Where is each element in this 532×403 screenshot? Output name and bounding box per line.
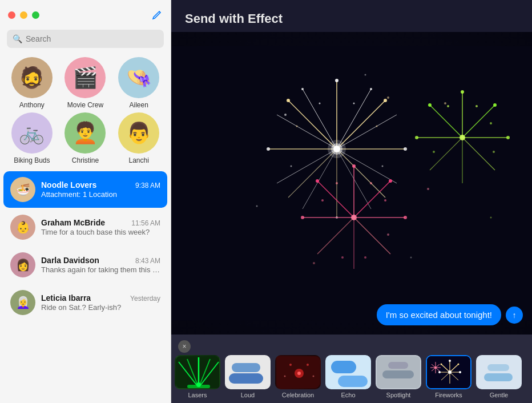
effect-thumb-gentle xyxy=(476,355,522,389)
svg-point-48 xyxy=(336,182,338,184)
pinned-contact-lanchi[interactable]: 👨 Lanchi xyxy=(114,112,164,164)
svg-point-25 xyxy=(353,103,355,104)
conv-time-noodle: 9:38 AM xyxy=(135,182,160,190)
svg-point-121 xyxy=(448,370,452,374)
avatar-lanchi: 👨 xyxy=(118,112,159,154)
fireworks-thumb-graphic xyxy=(427,356,471,389)
svg-point-27 xyxy=(376,126,378,127)
spotlight-graphic xyxy=(377,356,421,389)
svg-point-20 xyxy=(267,147,270,151)
svg-point-49 xyxy=(384,199,386,202)
close-effects-button[interactable]: × xyxy=(178,340,191,353)
svg-point-45 xyxy=(301,216,304,219)
avatar-anthony: 🧔 xyxy=(11,57,53,98)
conv-time-graham: 11:56 AM xyxy=(131,219,160,227)
svg-point-19 xyxy=(404,147,407,151)
maximize-button[interactable] xyxy=(32,11,39,19)
effect-label-fireworks: Fireworks xyxy=(435,392,462,398)
effect-celebration[interactable]: Celebration xyxy=(275,355,321,398)
svg-point-24 xyxy=(301,88,304,90)
svg-point-54 xyxy=(351,215,357,220)
search-bar[interactable]: 🔍 xyxy=(7,30,164,48)
effect-label-loud: Loud xyxy=(241,392,255,398)
titlebar xyxy=(0,0,171,30)
compose-button[interactable] xyxy=(151,9,163,21)
svg-rect-105 xyxy=(382,370,414,378)
svg-rect-131 xyxy=(477,356,522,389)
effect-label-celebration: Celebration xyxy=(282,392,314,398)
avatar-graham: 👶 xyxy=(10,215,35,240)
effect-thumb-celebration xyxy=(275,355,321,389)
svg-point-98 xyxy=(307,364,309,366)
effect-label-gentle: Gentle xyxy=(490,392,508,398)
svg-point-76 xyxy=(427,188,429,190)
effect-loud[interactable]: Loud xyxy=(225,355,271,398)
avatar-noodle-lovers: 🍜 xyxy=(10,177,35,202)
svg-point-30 xyxy=(291,166,292,167)
effect-echo[interactable]: Echo xyxy=(325,355,371,398)
svg-rect-93 xyxy=(232,363,260,372)
conv-preview-darla: Thanks again for taking them this weeken… xyxy=(41,265,160,274)
avatar-aileen: 👒 xyxy=(118,57,159,98)
conv-details-graham: Graham McBride 11:56 AM Time for a touch… xyxy=(41,218,160,236)
contact-name-aileen: Aileen xyxy=(129,101,148,109)
svg-point-17 xyxy=(335,79,338,82)
svg-point-64 xyxy=(493,103,497,107)
effect-gentle[interactable]: Gentle xyxy=(476,355,522,398)
svg-point-51 xyxy=(387,233,389,236)
conv-preview-noodle: Attachment: 1 Location xyxy=(41,190,160,199)
conversation-graham[interactable]: 👶 Graham McBride 11:56 AM Time for a tou… xyxy=(3,209,167,245)
sidebar: 🔍 🧔 Anthony 🎬 Movie Crew 👒 Aileen 🚲 Biki… xyxy=(0,0,171,403)
pinned-contact-anthony[interactable]: 🧔 Anthony xyxy=(7,57,57,109)
send-icon: ↑ xyxy=(513,311,517,320)
message-bubble: I'm so excited about tonight! xyxy=(377,304,501,325)
svg-point-72 xyxy=(433,151,435,153)
svg-point-69 xyxy=(447,105,449,107)
page-title: Send with Effect xyxy=(185,11,518,26)
conv-details-leticia: Leticia Ibarra Yesterday Ride on Sat.? E… xyxy=(41,293,160,312)
pinned-contact-christine[interactable]: 🧑‍🦱 Christine xyxy=(61,112,111,164)
svg-point-97 xyxy=(289,364,292,366)
lasers-graphic xyxy=(176,356,220,389)
pinned-contact-biking-buds[interactable]: 🚲 Biking Buds xyxy=(7,112,57,164)
effects-scroll[interactable]: Lasers Loud xyxy=(175,355,529,403)
svg-rect-133 xyxy=(487,364,509,371)
svg-point-73 xyxy=(460,135,465,140)
svg-point-100 xyxy=(313,376,315,377)
minimize-button[interactable] xyxy=(20,11,27,19)
svg-point-68 xyxy=(475,105,478,107)
fireworks-area: I'm so excited about tonight! ↑ xyxy=(171,32,532,335)
svg-point-116 xyxy=(449,360,451,362)
close-btn-row: × xyxy=(175,340,529,355)
traffic-lights xyxy=(8,11,39,19)
svg-point-78 xyxy=(490,217,492,219)
conv-time-darla: 8:43 AM xyxy=(135,257,160,265)
conversation-leticia[interactable]: 👩‍🦳 Leticia Ibarra Yesterday Ride on Sat… xyxy=(3,284,167,321)
conversation-noodle-lovers[interactable]: 🍜 Noodle Lovers 9:38 AM Attachment: 1 Lo… xyxy=(3,171,167,208)
conv-preview-leticia: Ride on Sat.? Early-ish? xyxy=(41,303,160,312)
svg-point-80 xyxy=(410,257,412,259)
svg-point-44 xyxy=(404,216,407,219)
effect-lasers[interactable]: Lasers xyxy=(175,355,220,398)
conv-header-leticia: Leticia Ibarra Yesterday xyxy=(41,293,160,303)
conversation-darla[interactable]: 👩 Darla Davidson 8:43 AM Thanks again fo… xyxy=(3,247,167,283)
svg-point-79 xyxy=(313,262,315,264)
svg-point-28 xyxy=(296,126,298,127)
svg-point-46 xyxy=(316,179,319,183)
pinned-contact-aileen[interactable]: 👒 Aileen xyxy=(114,57,164,109)
conv-header-graham: Graham McBride 11:56 AM xyxy=(41,218,160,227)
close-button[interactable] xyxy=(8,11,15,19)
svg-point-67 xyxy=(428,103,432,107)
svg-rect-102 xyxy=(331,361,356,373)
send-button[interactable]: ↑ xyxy=(506,307,523,324)
effect-spotlight[interactable]: Spotlight xyxy=(376,355,421,398)
effect-fireworks[interactable]: Fireworks xyxy=(426,355,471,398)
svg-point-82 xyxy=(365,74,366,76)
effect-thumb-fireworks xyxy=(426,355,471,389)
svg-point-53 xyxy=(341,256,344,259)
svg-point-99 xyxy=(284,376,286,377)
avatar-leticia: 👩‍🦳 xyxy=(10,290,35,315)
pinned-contact-movie-crew[interactable]: 🎬 Movie Crew xyxy=(61,57,111,109)
svg-point-52 xyxy=(364,256,366,259)
search-input[interactable] xyxy=(26,34,158,43)
